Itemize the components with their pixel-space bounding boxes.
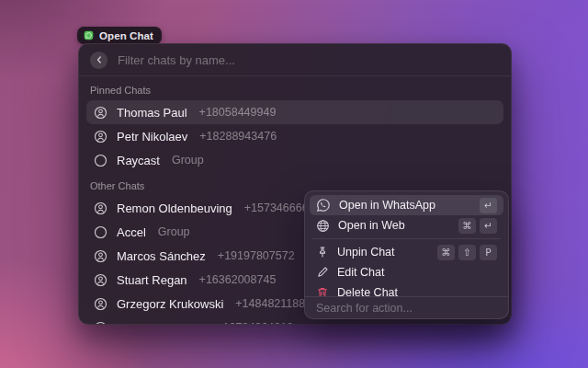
key-badge: ⌘ — [458, 218, 476, 234]
tooltip-label: Open Chat — [99, 30, 153, 41]
whatsapp-green-icon — [84, 30, 94, 40]
whatsapp-icon — [316, 198, 331, 213]
open-chat-tooltip: Open Chat — [77, 27, 162, 44]
action-label: Unpin Chat — [337, 246, 437, 259]
action-item[interactable]: Delete Chat — [310, 282, 503, 296]
chat-name: Grzegorz Krukowski — [117, 297, 223, 311]
action-menu-footer: Search for action... — [305, 296, 508, 318]
key-badge: ↵ — [480, 218, 497, 234]
action-label: Delete Chat — [337, 286, 497, 296]
action-item[interactable]: Unpin Chat⌘⇧P — [310, 242, 503, 262]
chat-detail: +14848211885 — [235, 297, 311, 310]
chat-name: Marcos Sánchez — [117, 249, 206, 263]
chat-name: Thomas Paul — [117, 106, 187, 120]
action-item[interactable]: Open in WhatsApp↵ — [310, 195, 503, 215]
action-item[interactable]: Edit Chat — [310, 262, 503, 282]
group-circle-icon — [94, 154, 107, 167]
chat-name: Petr Nikolaev — [117, 130, 187, 144]
chat-name: Accel — [117, 225, 146, 239]
trash-icon — [316, 286, 329, 296]
group-circle-icon — [94, 225, 107, 239]
section-title: Pinned Chats — [90, 85, 500, 96]
chat-detail: +19197807572 — [218, 249, 295, 262]
chevron-left-icon — [95, 53, 104, 67]
key-badge: P — [480, 245, 497, 260]
action-menu: Open in WhatsApp↵Open in Web⌘↵Unpin Chat… — [304, 190, 509, 319]
action-menu-list: Open in WhatsApp↵Open in Web⌘↵Unpin Chat… — [305, 191, 508, 296]
chat-name: Remon Oldenbeuving — [117, 201, 232, 215]
chat-detail: +19794864818 — [216, 321, 293, 324]
chat-row[interactable]: RaycastGroup — [86, 148, 503, 172]
chat-detail: +18288943476 — [199, 130, 277, 143]
contact-icon — [94, 249, 107, 263]
chat-name: Stuart Regan — [117, 273, 187, 287]
contact-icon — [94, 106, 107, 120]
key-badge: ↵ — [480, 198, 497, 213]
shortcut-keys: ⌘⇧P — [437, 245, 497, 260]
chat-detail: +16362008745 — [199, 273, 277, 286]
chat-detail: +18058449949 — [199, 106, 277, 119]
filter-chats-input[interactable]: Filter chats by name... — [118, 53, 235, 67]
action-label: Open in WhatsApp — [339, 199, 480, 212]
chat-row[interactable]: Thomas Paul+18058449949 — [86, 100, 503, 124]
contact-icon — [94, 201, 107, 215]
action-label: Edit Chat — [337, 266, 497, 279]
chat-detail: Group — [158, 225, 190, 238]
shortcut-keys: ↵ — [480, 198, 497, 213]
action-label: Open in Web — [338, 219, 458, 232]
contact-icon — [94, 273, 107, 287]
menu-divider — [312, 238, 501, 239]
action-item[interactable]: Open in Web⌘↵ — [310, 215, 503, 236]
action-search-input[interactable]: Search for action... — [316, 302, 413, 315]
contact-icon — [94, 297, 107, 311]
pencil-icon — [316, 266, 329, 279]
back-button[interactable] — [90, 52, 107, 69]
chat-name: Sandy Krupkova — [117, 321, 204, 325]
contact-icon — [94, 321, 107, 325]
chat-row[interactable]: Petr Nikolaev+18288943476 — [86, 124, 503, 148]
shortcut-keys: ⌘↵ — [458, 218, 497, 234]
search-header: Filter chats by name... — [79, 44, 511, 76]
key-badge: ⌘ — [437, 245, 455, 260]
globe-icon — [316, 219, 330, 233]
pin-icon — [316, 246, 329, 259]
chat-detail: Group — [172, 154, 204, 167]
contact-icon — [94, 130, 107, 144]
chat-name: Raycast — [117, 154, 160, 167]
key-badge: ⇧ — [458, 245, 476, 260]
desktop-background: Open Chat Filter chats by name... Pinned… — [0, 0, 588, 368]
